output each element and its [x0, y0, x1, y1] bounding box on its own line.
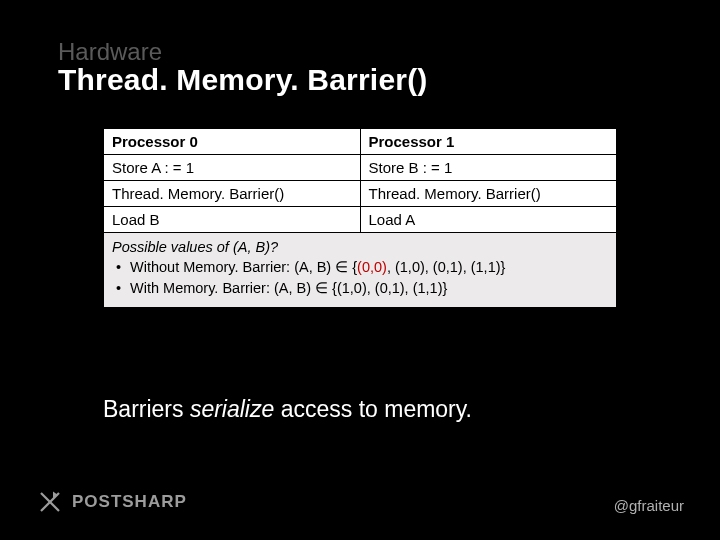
cell: Load B	[104, 207, 361, 233]
item-suffix: , (1,0), (0,1), (1,1)}	[387, 259, 505, 275]
possible-question: Possible values of (A, B)?	[112, 239, 608, 255]
content-block: Processor 0 Processor 1 Store A : = 1 St…	[103, 128, 617, 308]
twitter-handle: @gfraiteur	[614, 497, 684, 514]
cell: Load A	[360, 207, 617, 233]
postsharp-logo-text: POSTSHARP	[72, 492, 187, 512]
postsharp-logo-icon	[38, 490, 62, 514]
item-highlight: (0,0)	[357, 259, 387, 275]
table-row: Load B Load A	[104, 207, 617, 233]
cell: Thread. Memory. Barrier()	[360, 181, 617, 207]
cell: Store A : = 1	[104, 155, 361, 181]
table-header-row: Processor 0 Processor 1	[104, 129, 617, 155]
list-item: • With Memory. Barrier: (A, B) ∈ {(1,0),…	[116, 278, 608, 299]
slide-title: Thread. Memory. Barrier()	[58, 63, 428, 97]
processor-table: Processor 0 Processor 1 Store A : = 1 St…	[103, 128, 617, 233]
bullet-icon: •	[116, 278, 126, 299]
cell: Store B : = 1	[360, 155, 617, 181]
list-item: • Without Memory. Barrier: (A, B) ∈ {(0,…	[116, 257, 608, 278]
footer-logo: POSTSHARP	[38, 490, 187, 514]
pretitle: Hardware	[58, 38, 162, 66]
tagline: Barriers serialize access to memory.	[103, 396, 472, 423]
tagline-part: Barriers	[103, 396, 190, 422]
table-row: Thread. Memory. Barrier() Thread. Memory…	[104, 181, 617, 207]
bullet-icon: •	[116, 257, 126, 278]
table-row: Store A : = 1 Store B : = 1	[104, 155, 617, 181]
cell: Thread. Memory. Barrier()	[104, 181, 361, 207]
tagline-part: access to memory.	[274, 396, 472, 422]
col-header-p0: Processor 0	[104, 129, 361, 155]
item-prefix: Without Memory. Barrier: (A, B) ∈ {	[130, 259, 357, 275]
tagline-em: serialize	[190, 396, 274, 422]
item-prefix: With Memory. Barrier: (A, B) ∈ {(1,0), (…	[130, 280, 447, 296]
slide: Hardware Thread. Memory. Barrier() Proce…	[0, 0, 720, 540]
possible-values-box: Possible values of (A, B)? • Without Mem…	[103, 233, 617, 308]
col-header-p1: Processor 1	[360, 129, 617, 155]
